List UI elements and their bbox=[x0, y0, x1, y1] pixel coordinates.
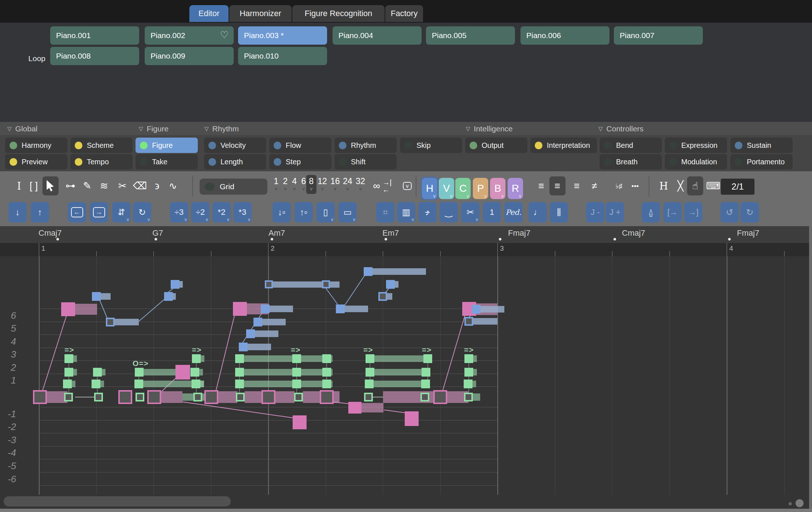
note-tail[interactable] bbox=[173, 293, 176, 300]
section-header-intelligence[interactable]: ▽Intelligence bbox=[466, 124, 513, 134]
zoom-ratio-display[interactable]: 2/1 bbox=[721, 179, 754, 195]
note-tail[interactable] bbox=[275, 391, 294, 403]
note-tail[interactable] bbox=[244, 369, 333, 375]
note-head-selected[interactable] bbox=[320, 390, 334, 404]
strings-button[interactable]: ⫼ bbox=[550, 202, 568, 223]
legato-button[interactable]: ‿ bbox=[440, 202, 458, 223]
timeline-ruler[interactable]: 1234 bbox=[0, 243, 812, 257]
note-head[interactable] bbox=[64, 368, 73, 377]
note-head[interactable] bbox=[322, 354, 331, 363]
param-button-take[interactable]: Take bbox=[136, 154, 198, 169]
collapse-triangle-icon[interactable]: ▽ bbox=[204, 126, 209, 132]
note-head-selected[interactable] bbox=[136, 393, 144, 401]
note-head[interactable] bbox=[171, 280, 179, 289]
note-head[interactable] bbox=[63, 380, 72, 388]
layer-button-v[interactable]: Vv bbox=[439, 178, 454, 199]
move-up-button[interactable]: ↑ bbox=[31, 202, 49, 223]
hand-icon[interactable]: ☝ bbox=[687, 176, 703, 195]
grid-division-2[interactable]: 2v bbox=[280, 175, 290, 194]
tab-editor[interactable]: Editor bbox=[189, 5, 229, 22]
expand-icon[interactable]: ╳ bbox=[672, 176, 689, 195]
note-tail[interactable] bbox=[73, 355, 77, 362]
note-head[interactable] bbox=[92, 380, 100, 388]
section-header-figure[interactable]: ▽Figure bbox=[139, 124, 168, 134]
split-note-button[interactable]: ✂v bbox=[461, 202, 479, 223]
note-head[interactable] bbox=[192, 380, 200, 388]
multiply-2-button[interactable]: *2v bbox=[212, 202, 231, 223]
note-tail[interactable] bbox=[473, 393, 480, 401]
note-head[interactable] bbox=[235, 354, 244, 363]
note-head-selected[interactable] bbox=[64, 393, 73, 401]
note-head[interactable] bbox=[175, 365, 190, 380]
note-tail[interactable] bbox=[472, 381, 476, 387]
note-tail[interactable] bbox=[199, 369, 203, 375]
note-head[interactable] bbox=[192, 354, 201, 363]
nudge-left-button[interactable]: ← bbox=[68, 202, 86, 223]
section-header-controllers[interactable]: ▽Controllers bbox=[598, 124, 644, 134]
note-head-selected[interactable] bbox=[33, 390, 47, 404]
note-head[interactable] bbox=[472, 305, 481, 314]
param-button-portamento[interactable]: Portamento bbox=[730, 154, 793, 169]
crop-button[interactable]: ⌗ bbox=[376, 202, 394, 223]
note-tail[interactable] bbox=[179, 281, 183, 288]
favorite-heart-icon[interactable]: ♡ bbox=[220, 29, 229, 41]
note-head[interactable] bbox=[336, 304, 345, 313]
pointer-icon[interactable] bbox=[42, 176, 59, 195]
note-head[interactable] bbox=[253, 318, 262, 326]
mute-note-button[interactable]: ♪ bbox=[418, 202, 437, 223]
loop-button[interactable]: Piano.010 bbox=[238, 47, 327, 65]
move-down-button[interactable]: ↓ bbox=[8, 202, 27, 223]
note-tail[interactable] bbox=[303, 391, 320, 403]
note-head[interactable] bbox=[464, 354, 473, 363]
grid-division-32[interactable]: 32v bbox=[354, 175, 367, 194]
multiply-3-button[interactable]: *3v bbox=[233, 202, 252, 223]
loop-button[interactable]: Piano.005 bbox=[426, 26, 515, 45]
param-button-sustain[interactable]: Sustain bbox=[730, 138, 793, 153]
note-tail[interactable] bbox=[101, 293, 111, 300]
note-tail[interactable] bbox=[100, 381, 104, 387]
note-head[interactable] bbox=[464, 368, 473, 377]
note-head[interactable] bbox=[366, 368, 374, 377]
note-tail[interactable] bbox=[395, 281, 398, 288]
note-head[interactable] bbox=[134, 380, 143, 388]
param-button-breath[interactable]: Breath bbox=[600, 154, 662, 169]
grid-division-4[interactable]: 4v bbox=[289, 175, 300, 194]
loop-button[interactable]: Piano.006 bbox=[520, 26, 609, 45]
grid-division-16[interactable]: 16v bbox=[329, 175, 342, 194]
extend-right-button[interactable]: →] bbox=[684, 202, 702, 223]
ruler-horizontal-button[interactable]: ▭v bbox=[338, 202, 357, 223]
note-tail[interactable] bbox=[481, 306, 504, 313]
param-button-interpretation[interactable]: Interpretation bbox=[530, 138, 597, 153]
divide-2-button[interactable]: ÷2v bbox=[191, 202, 210, 223]
note-tail[interactable] bbox=[387, 293, 392, 300]
nodes-icon[interactable]: ⊶ bbox=[62, 176, 78, 195]
note-head[interactable] bbox=[246, 329, 255, 338]
pedal-button[interactable]: Ped. bbox=[504, 202, 523, 223]
layer-button-r[interactable]: Rv bbox=[508, 178, 523, 199]
note-tail[interactable] bbox=[270, 306, 293, 312]
param-button-rhythm[interactable]: Rhythm bbox=[334, 138, 397, 153]
param-button-skip[interactable]: Skip bbox=[400, 138, 462, 153]
unify-button[interactable]: 1 bbox=[483, 202, 501, 223]
h-frame-icon[interactable]: H bbox=[656, 176, 672, 195]
collapse-triangle-icon[interactable]: ▽ bbox=[466, 126, 470, 132]
param-button-figure[interactable]: Figure bbox=[136, 138, 198, 153]
note-tail[interactable] bbox=[245, 391, 262, 403]
note-head[interactable] bbox=[322, 368, 331, 377]
loop-button[interactable]: Piano.002♡ bbox=[145, 26, 234, 45]
note-head[interactable] bbox=[164, 292, 173, 301]
param-button-preview[interactable]: Preview bbox=[5, 154, 67, 169]
note-head[interactable] bbox=[422, 368, 430, 377]
squiggle-icon[interactable]: ≋ bbox=[96, 176, 112, 195]
cycle-button[interactable]: ↻v bbox=[133, 202, 151, 223]
flip-vertical-button[interactable]: ⇵v bbox=[112, 202, 130, 223]
note-tail[interactable] bbox=[248, 344, 271, 350]
note-head[interactable] bbox=[93, 368, 102, 377]
note-head[interactable] bbox=[364, 267, 372, 276]
note-head-selected[interactable] bbox=[420, 393, 429, 401]
brackets-icon[interactable]: [ ] bbox=[26, 176, 42, 195]
note-tail[interactable] bbox=[255, 330, 278, 337]
grid-division-12[interactable]: 12v bbox=[316, 175, 329, 194]
layer-button-c[interactable]: Cv bbox=[455, 178, 471, 199]
note-head-selected[interactable] bbox=[94, 393, 103, 401]
